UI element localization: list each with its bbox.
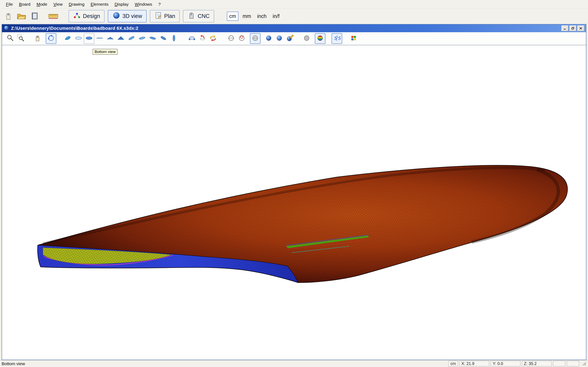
wireframe-contour-red-button[interactable] — [236, 33, 247, 44]
rotate-vertical-icon — [199, 34, 207, 43]
perspective-view-2-icon — [138, 34, 146, 43]
status-empty-box-2 — [567, 361, 579, 366]
perspective-view-4-icon — [159, 34, 167, 43]
status-z-coordinate: Z: 35.2 — [522, 361, 552, 366]
unit-selector: cm mm inch in/f — [227, 12, 282, 21]
back-view-button[interactable] — [116, 33, 126, 44]
bottom-view-button[interactable] — [84, 33, 94, 44]
open-board-button[interactable] — [16, 10, 27, 22]
menu-item-elements[interactable]: Elements — [87, 1, 112, 8]
color-bands-sphere-button[interactable] — [315, 33, 325, 44]
menu-item-display[interactable]: Display — [112, 1, 132, 8]
front-view-button[interactable] — [105, 33, 116, 44]
design-icon — [73, 12, 81, 21]
wireframe-sphere-button[interactable] — [250, 33, 260, 44]
menu-item-windows[interactable]: Windows — [132, 1, 155, 8]
dimensions-button[interactable] — [47, 10, 59, 22]
status-view-label: Bottom view — [2, 361, 25, 366]
perspective-view-4-button[interactable] — [158, 33, 169, 44]
vertical-view-button[interactable] — [169, 33, 179, 44]
menu-bar: File Board Mode View Drawing Elements Di… — [0, 0, 588, 8]
shaded-sphere-icon — [265, 34, 273, 43]
pan-button[interactable] — [32, 33, 43, 44]
perspective-view-1-button[interactable] — [126, 33, 137, 44]
menu-item-view[interactable]: View — [50, 1, 66, 8]
color-map-icon — [350, 34, 358, 43]
wireframe-sphere-icon — [251, 34, 259, 43]
plan-mode-label: Plan — [164, 13, 175, 19]
board-3d-icon — [64, 34, 72, 43]
rotate-vertical-button[interactable] — [197, 33, 208, 44]
save-board-button[interactable] — [29, 10, 40, 22]
minimize-button[interactable] — [562, 25, 568, 31]
save-icon — [30, 11, 39, 21]
wireframe-contour-red-icon — [238, 34, 246, 43]
design-mode-label: Design — [83, 13, 100, 19]
ruler-icon — [48, 11, 58, 21]
hand-tool-button[interactable] — [2, 10, 14, 22]
3d-view-icon — [112, 11, 121, 21]
wireframe-contour-button[interactable] — [226, 33, 236, 44]
open-folder-icon — [17, 11, 26, 21]
front-view-icon — [106, 34, 114, 43]
cnc-mode-button[interactable]: CNC — [183, 10, 214, 22]
restore-button[interactable] — [570, 25, 576, 31]
top-view-button[interactable] — [73, 33, 84, 44]
zoom-button[interactable] — [5, 33, 16, 44]
texture-sphere-button[interactable] — [285, 33, 295, 44]
document-title-bar[interactable]: Z:\Users\dennery\Documents\Boards\badboa… — [2, 25, 586, 32]
side-view-button[interactable] — [94, 33, 105, 44]
menu-item-mode[interactable]: Mode — [34, 1, 51, 8]
menu-item-drawing[interactable]: Drawing — [66, 1, 87, 8]
unit-mm-button[interactable]: mm — [241, 12, 253, 20]
flip-view-button[interactable] — [187, 33, 197, 44]
zoom-icon — [6, 34, 14, 43]
main-toolbar: Design 3D view Plan CNC — [0, 8, 588, 24]
status-y-coordinate: Y: 0.0 — [491, 361, 520, 366]
vertical-view-icon — [170, 34, 178, 43]
curvature-icon: SS — [333, 34, 341, 43]
side-view-icon — [95, 34, 104, 43]
window-title: Z:\Users\dennery\Documents\Boards\badboa… — [11, 26, 561, 31]
rotate-horizontal-icon — [209, 34, 217, 43]
zoom-window-button[interactable] — [16, 33, 26, 44]
color-bands-sphere-icon — [316, 34, 324, 43]
menu-item-help[interactable]: ? — [155, 1, 164, 8]
rotate-3d-icon — [47, 34, 55, 43]
shaded-sphere-button[interactable] — [263, 33, 274, 44]
board-3d-view-button[interactable] — [62, 33, 73, 44]
plan-document-icon — [154, 12, 162, 21]
zoom-window-icon — [17, 34, 25, 43]
texture-pencil-icon — [286, 34, 294, 43]
perspective-view-3-button[interactable] — [147, 33, 158, 44]
curvature-button[interactable]: SS — [332, 33, 342, 44]
unit-cm-button[interactable]: cm — [227, 12, 238, 21]
rotate-horizontal-button[interactable] — [208, 33, 218, 44]
unit-inch-button[interactable]: inch — [255, 12, 269, 20]
plan-mode-button[interactable]: Plan — [150, 10, 180, 22]
view-toolbar: SS — [2, 32, 586, 45]
perspective-view-2-button[interactable] — [137, 33, 147, 44]
rotate-view-button[interactable] — [46, 33, 56, 44]
menu-item-file[interactable]: File — [3, 1, 16, 8]
wireframe-contour-icon — [227, 34, 235, 43]
unit-inf-button[interactable]: in/f — [270, 12, 281, 20]
status-empty-box-1 — [553, 361, 565, 366]
smooth-sphere-button[interactable] — [274, 33, 285, 44]
design-mode-button[interactable]: Design — [69, 10, 104, 22]
3d-view-mode-label: 3D view — [122, 13, 142, 19]
resize-grip[interactable] — [581, 360, 586, 367]
smooth-sphere-icon — [275, 34, 283, 43]
close-button[interactable] — [577, 25, 584, 31]
board-3d-render[interactable] — [2, 45, 586, 360]
menu-item-board[interactable]: Board — [16, 1, 34, 8]
document-icon — [4, 25, 9, 31]
color-map-button[interactable] — [348, 33, 359, 44]
3d-view-mode-button[interactable]: 3D view — [108, 10, 147, 22]
slices-sphere-icon — [303, 34, 311, 43]
cnc-machine-icon — [187, 11, 196, 21]
canvas-3d-view[interactable]: Bottom view — [2, 45, 586, 360]
pan-hand-icon — [34, 34, 42, 43]
top-view-icon — [74, 34, 82, 43]
slices-sphere-button[interactable] — [301, 33, 312, 44]
